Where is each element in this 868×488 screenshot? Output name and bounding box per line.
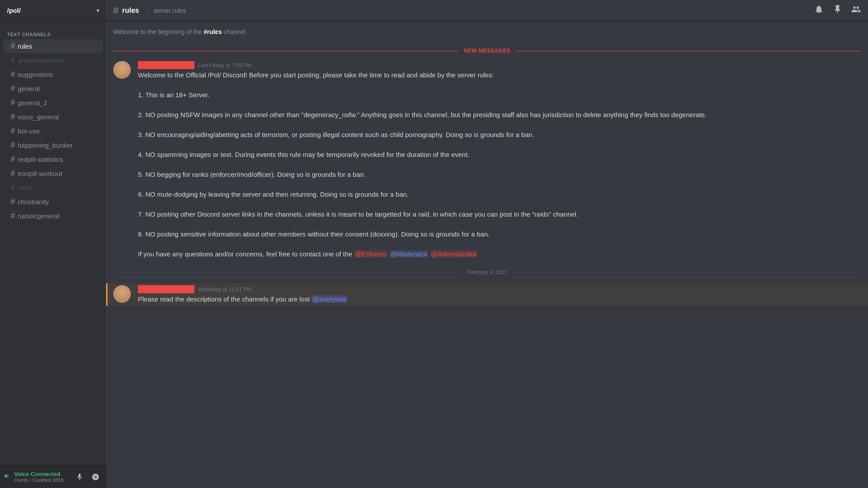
message-content-2: ████████████ Yesterday at 11:51 PM Pleas… [138, 285, 861, 305]
sidebar-item-voice-general[interactable]: # voice_general [4, 110, 103, 124]
channel-list: TEXT CHANNELS # rules # announcements # … [0, 21, 106, 465]
hash-icon: # [11, 183, 15, 192]
channel-label: ironpill-workout [18, 170, 62, 177]
hash-icon: # [11, 211, 15, 221]
channel-label: raids [18, 184, 32, 191]
deafen-button[interactable] [88, 470, 103, 484]
text-channels-header: TEXT CHANNELS [0, 25, 106, 39]
new-messages-label: NEW MESSAGES [459, 48, 516, 54]
chevron-down-icon: ▾ [96, 8, 99, 14]
hash-icon: # [11, 42, 15, 51]
hash-icon: # [11, 56, 15, 65]
channel-header-topic: server rules [154, 7, 186, 14]
sidebar-item-announcements[interactable]: # announcements [4, 53, 103, 67]
mention-everyone[interactable]: @everyone [312, 295, 348, 303]
messages-area[interactable]: Welcome to the beginning of the #rules c… [106, 21, 868, 488]
sidebar-item-general2[interactable]: # general_2 [4, 96, 103, 110]
voice-info: Voice Connected Comfy / Cuckfest 2018 [14, 471, 63, 483]
voice-channel-name: Comfy / Cuckfest 2018 [14, 477, 63, 483]
channel-header: # rules server rules [106, 0, 868, 21]
server-header[interactable]: /pol/ ▾ [0, 0, 106, 21]
members-icon[interactable] [851, 4, 861, 16]
hash-icon: # [11, 169, 15, 178]
channel-label: happening_bunker [18, 141, 73, 149]
voice-status-label: Voice Connected [14, 471, 63, 477]
mention-moderator[interactable]: @Moderator [390, 250, 428, 258]
header-divider [148, 5, 149, 16]
sidebar-item-ironpill-workout[interactable]: # ironpill-workout [4, 167, 103, 180]
beginning-text: Welcome to the beginning of the #rules c… [106, 28, 868, 42]
hash-icon: # [11, 84, 15, 93]
bell-icon[interactable] [814, 4, 824, 16]
sidebar-item-happening-bunker[interactable]: # happening_bunker [4, 138, 103, 152]
voice-connected-area: Voice Connected Comfy / Cuckfest 2018 [4, 471, 73, 483]
channel-label: voice_general [18, 113, 59, 121]
sidebar-item-suggestions[interactable]: # suggestions [4, 68, 103, 81]
date-divider: February 4, 2017 [106, 262, 868, 282]
voice-connected-icon [4, 473, 11, 481]
message-header-2: ████████████ Yesterday at 11:51 PM [138, 285, 861, 293]
sidebar-item-rules[interactable]: # rules [4, 39, 103, 53]
message-content-1: ████████████ Last Friday at 7:09 PM Welc… [138, 61, 861, 259]
hash-icon: # [11, 155, 15, 164]
channel-label: natsocgeneral [18, 212, 59, 220]
message-author-1: ████████████ [138, 61, 195, 69]
mention-enforcer[interactable]: @Enforcer [354, 250, 388, 258]
message-header-1: ████████████ Last Friday at 7:09 PM [138, 61, 861, 69]
message-timestamp-1: Last Friday at 7:09 PM [198, 62, 252, 69]
channel-label: redpill-statistics [18, 156, 63, 163]
channel-mention-rules: #rules [203, 28, 222, 35]
sidebar-item-redpill-statistics[interactable]: # redpill-statistics [4, 152, 103, 166]
sidebar-item-christianity[interactable]: # christianity [4, 195, 103, 209]
sidebar-item-bot-use[interactable]: # bot-use [4, 124, 103, 138]
new-messages-divider: NEW MESSAGES [106, 46, 868, 56]
sidebar-item-natsocgeneral[interactable]: # natsocgeneral [4, 209, 103, 223]
mention-admin[interactable]: @Administrator [430, 250, 478, 258]
channel-header-name: rules [122, 7, 139, 15]
channel-label: general_2 [18, 99, 47, 107]
message-group-1: ████████████ Last Friday at 7:09 PM Welc… [106, 59, 868, 261]
hash-icon: # [11, 126, 15, 136]
date-label: February 4, 2017 [462, 269, 512, 275]
channel-label: rules [18, 42, 32, 50]
sidebar: /pol/ ▾ TEXT CHANNELS # rules # announce… [0, 0, 106, 488]
hash-icon: # [11, 141, 15, 150]
hash-icon: # [11, 98, 15, 107]
voice-actions [73, 470, 103, 484]
channel-label: general [18, 85, 40, 92]
channel-label: announcements [18, 57, 65, 64]
message-group-2: ████████████ Yesterday at 11:51 PM Pleas… [106, 283, 868, 306]
pin-icon[interactable] [833, 4, 842, 16]
avatar-2 [113, 285, 131, 303]
channel-header-hash-icon: # [113, 5, 119, 16]
hash-icon: # [11, 112, 15, 122]
sidebar-bottom: Voice Connected Comfy / Cuckfest 2018 [0, 465, 106, 488]
message-text-1: Welcome to the Official /Pol/ Discord! B… [138, 70, 861, 259]
main-content: # rules server rules Welcome to the begi… [106, 0, 868, 488]
header-icons [814, 4, 861, 16]
message-text-2: Please read the descriptions of the chan… [138, 294, 861, 305]
server-name: /pol/ [7, 7, 21, 14]
avatar-1 [113, 61, 131, 79]
sidebar-item-raids[interactable]: # raids [4, 181, 103, 194]
mute-button[interactable] [73, 470, 87, 484]
message-timestamp-2: Yesterday at 11:51 PM [198, 286, 252, 293]
channel-label: suggestions [18, 71, 53, 78]
message-author-2: ████████████ [138, 285, 195, 293]
hash-icon: # [11, 70, 15, 79]
sidebar-item-general[interactable]: # general [4, 82, 103, 95]
channel-label: bot-use [18, 127, 40, 135]
channel-label: christianity [18, 198, 49, 206]
hash-icon: # [11, 197, 15, 206]
